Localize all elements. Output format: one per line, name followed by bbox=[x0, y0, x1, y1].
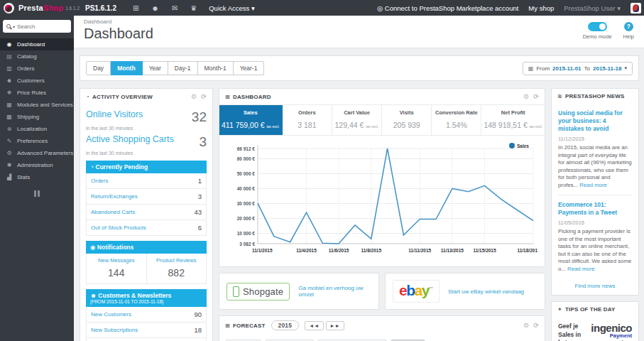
refresh-icon[interactable]: ⟳ bbox=[201, 93, 207, 100]
section-title: Currently Pending bbox=[96, 163, 148, 170]
return-exchanges-link[interactable]: Return/Exchanges bbox=[91, 193, 138, 200]
cart-icon[interactable]: ⊞ bbox=[133, 4, 138, 12]
new-subscriptions-link[interactable]: New Subscriptions bbox=[91, 327, 138, 333]
table-row: Return/Exchanges3 bbox=[87, 189, 206, 205]
collapse-sidebar-icon[interactable] bbox=[0, 190, 74, 197]
sidebar-item-customers[interactable]: ☻Customers bbox=[0, 75, 74, 87]
marketplace-link-label: Connect to PrestaShop Marketplace accoun… bbox=[385, 4, 519, 12]
refresh-icon[interactable]: ⟳ bbox=[533, 322, 539, 329]
tips-of-the-day-panel: ✦ TIPS OF THE DAY ingenico Paymentservic… bbox=[551, 301, 639, 341]
metric-conversion-rate[interactable]: Conversion Rate 1.54% bbox=[432, 105, 481, 135]
online-visitors-sub: in the last 30 minutes bbox=[86, 126, 207, 131]
messages-icon[interactable]: ✉ bbox=[172, 4, 178, 12]
sidebar-item-label: Customers bbox=[17, 77, 45, 84]
sidebar-item-localization[interactable]: ⊕Localization bbox=[0, 123, 74, 135]
metric-sales[interactable]: Sales 411 759,00 € tax excl. bbox=[219, 105, 283, 135]
table-row: New Subscriptions18 bbox=[87, 323, 206, 338]
shopgate-logo: Shopgate bbox=[227, 283, 290, 301]
search-scope-caret-icon[interactable]: ▾ bbox=[13, 24, 15, 29]
marketplace-link[interactable]: ◎ Connect to PrestaShop Marketplace acco… bbox=[377, 4, 518, 12]
quick-access-menu[interactable]: Quick Access ▾ bbox=[209, 4, 254, 12]
sidebar-item-administration[interactable]: ✱Administration bbox=[0, 159, 74, 171]
metric-value: 411 759,00 € bbox=[222, 121, 265, 129]
tab-year[interactable]: Year bbox=[143, 61, 168, 75]
user-avatar[interactable] bbox=[631, 3, 641, 13]
customers-icon[interactable]: ☻ bbox=[151, 4, 159, 12]
ingenico-logo: ingenico Paymentservices bbox=[591, 323, 632, 341]
tab-year-minus-1[interactable]: Year-1 bbox=[234, 61, 265, 75]
metric-orders[interactable]: Orders 3 181 bbox=[283, 105, 332, 135]
sidebar-item-price-rules[interactable]: ❖Price Rules bbox=[0, 87, 74, 99]
online-visitors-link[interactable]: Online Visitors bbox=[86, 109, 143, 119]
out-of-stock-link[interactable]: Out of Stock Products bbox=[91, 224, 146, 231]
badges-icon[interactable]: ♛ bbox=[190, 4, 197, 12]
sidebar-item-dashboard[interactable]: ◉Dashboard bbox=[0, 38, 74, 50]
search-input[interactable] bbox=[17, 23, 67, 30]
gear-icon[interactable]: ⚙ bbox=[523, 93, 529, 100]
shop-code-link[interactable]: PS1.6.1.2 bbox=[85, 4, 116, 12]
calendar-icon: ▦ bbox=[528, 65, 534, 72]
sidebar-item-label: Stats bbox=[17, 174, 30, 180]
dashboard-icon: ◉ bbox=[6, 41, 13, 48]
sidebar-item-shipping[interactable]: ▩Shipping bbox=[0, 111, 74, 123]
administration-icon: ✱ bbox=[6, 162, 13, 168]
ebay-promo-link[interactable]: Start uw eBay winkel vandaag bbox=[448, 288, 524, 295]
metric-value: 1.54% bbox=[446, 121, 467, 129]
shopgate-logo-text: Shopgate bbox=[243, 286, 283, 297]
help-icon[interactable]: ? bbox=[624, 22, 633, 31]
metric-visits[interactable]: Visits 205 939 bbox=[382, 105, 432, 135]
pending-orders-link[interactable]: Orders bbox=[91, 178, 108, 184]
sidebar-search[interactable]: ▾ bbox=[3, 20, 71, 33]
metric-value: 148 918,51 € bbox=[484, 121, 527, 129]
top-bar: PrestaShop 1.6.1.2 PS1.6.1.2 ⊞ ☻ ✉ ♛ Qui… bbox=[0, 0, 644, 16]
news-article: Ecommerce 101: Payments in a Tweet 11/05… bbox=[558, 201, 632, 278]
article-title-link[interactable]: Using social media for your business: 4 … bbox=[558, 109, 632, 133]
user-menu[interactable]: PrestaShop User ▾ bbox=[564, 4, 621, 12]
svg-text:66 912 €: 66 912 € bbox=[237, 146, 256, 151]
next-year-button[interactable]: ►► bbox=[326, 321, 344, 330]
sidebar-item-modules-and-services[interactable]: ▦Modules and Services bbox=[0, 99, 74, 111]
shopgate-promo-card: Shopgate Ga mobiel en verhoog uw omzet bbox=[219, 273, 379, 310]
from-label: From bbox=[536, 65, 550, 72]
gear-icon[interactable]: ⚙ bbox=[191, 93, 197, 100]
tab-day-minus-1[interactable]: Day-1 bbox=[168, 61, 198, 75]
sidebar-item-advanced-parameters[interactable]: ⚙Advanced Parameters bbox=[0, 147, 74, 159]
refresh-icon[interactable]: ⟳ bbox=[533, 93, 539, 100]
svg-text:50 000 €: 50 000 € bbox=[237, 171, 256, 176]
read-more-link[interactable]: Read more bbox=[579, 182, 607, 188]
orders-icon: ▥ bbox=[6, 65, 13, 72]
new-customers-link[interactable]: New Customers bbox=[91, 311, 131, 318]
read-more-link[interactable]: Read more bbox=[567, 266, 595, 272]
breadcrumb[interactable]: Dashboard bbox=[84, 18, 634, 25]
metric-label: Conversion Rate bbox=[434, 109, 479, 116]
sidebar-item-orders[interactable]: ▥Orders bbox=[0, 63, 74, 75]
sidebar-item-stats[interactable]: ▟Stats bbox=[0, 171, 74, 183]
svg-text:11/18/201: 11/18/201 bbox=[517, 248, 537, 253]
panel-title: TIPS OF THE DAY bbox=[565, 306, 616, 313]
gear-icon[interactable]: ⚙ bbox=[523, 322, 529, 329]
table-row: Abandoned Carts43 bbox=[87, 205, 206, 220]
tab-day[interactable]: Day bbox=[86, 61, 111, 75]
sidebar-item-preferences[interactable]: ✎Preferences bbox=[0, 135, 74, 147]
product-reviews-cell[interactable]: Product Reviews 882 bbox=[146, 254, 207, 283]
new-messages-cell[interactable]: New Messages 144 bbox=[87, 254, 146, 283]
tab-month-minus-1[interactable]: Month-1 bbox=[198, 61, 234, 75]
metric-cart-value[interactable]: Cart Value 129,44 € tax excl. bbox=[332, 105, 382, 135]
abandoned-carts-link[interactable]: Abandoned Carts bbox=[91, 209, 135, 215]
active-carts-link[interactable]: Active Shopping Carts bbox=[86, 134, 174, 144]
date-range-picker[interactable]: ▦ From 2015-11-01 To 2015-11-18 ▾ bbox=[523, 62, 633, 75]
svg-text:Sales: Sales bbox=[517, 144, 529, 148]
previous-year-button[interactable]: ◄◄ bbox=[305, 321, 323, 330]
stats-icon: ▟ bbox=[6, 174, 13, 180]
customers-icon: ☻ bbox=[90, 292, 97, 299]
find-more-news-link[interactable]: Find more news bbox=[552, 281, 638, 295]
demo-mode-toggle[interactable] bbox=[588, 22, 607, 31]
ebay-logo: ebay™ bbox=[393, 280, 440, 303]
search-icon bbox=[6, 24, 11, 28]
my-shop-link[interactable]: My shop bbox=[528, 4, 554, 12]
shopgate-promo-link[interactable]: Ga mobiel en verhoog uw omzet bbox=[298, 285, 371, 298]
sidebar-item-catalog[interactable]: ▤Catalog bbox=[0, 50, 74, 63]
article-title-link[interactable]: Ecommerce 101: Payments in a Tweet bbox=[558, 201, 632, 217]
tab-month[interactable]: Month bbox=[111, 61, 143, 75]
metric-net-profit[interactable]: Net Profit 148 918,51 € tax excl. bbox=[481, 105, 545, 135]
